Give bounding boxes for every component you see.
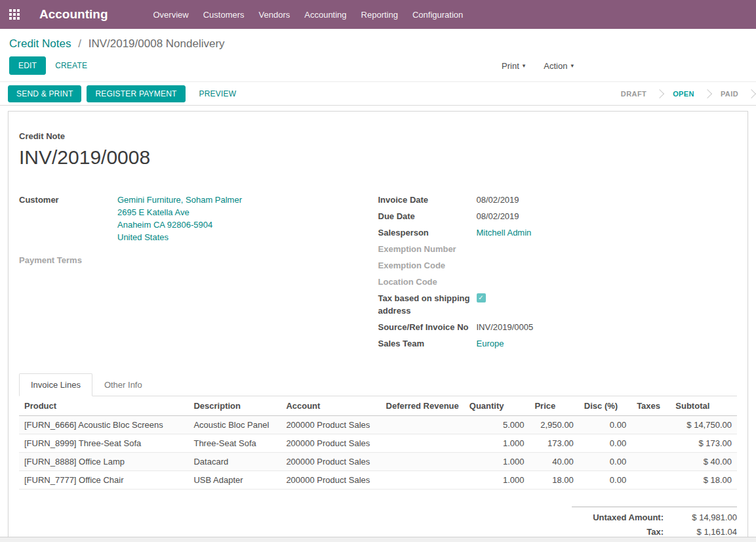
- col-price[interactable]: Price: [529, 396, 578, 416]
- col-product[interactable]: Product: [19, 396, 188, 416]
- exemption-code-label: Exemption Code: [378, 259, 477, 272]
- invoice-line-row[interactable]: [FURN_6666] Acoustic Bloc Screens Acoust…: [19, 416, 737, 434]
- create-button[interactable]: CREATE: [46, 56, 96, 75]
- customer-street-link[interactable]: 2695 E Katella Ave: [117, 206, 242, 219]
- top-navbar: Accounting Overview Customers Vendors Ac…: [0, 0, 756, 29]
- col-subtotal[interactable]: Subtotal: [670, 396, 737, 416]
- cell-product: [FURN_6666] Acoustic Bloc Screens: [19, 416, 188, 434]
- form-fields: Customer Gemini Furniture, Soham Palmer …: [19, 194, 737, 354]
- menu-item-overview[interactable]: Overview: [146, 0, 196, 29]
- action-dropdown-label: Action: [544, 61, 567, 71]
- send-print-button[interactable]: SEND & PRINT: [8, 85, 81, 102]
- cell-account: 200000 Product Sales: [281, 453, 380, 471]
- status-draft[interactable]: DRAFT: [611, 90, 656, 98]
- cell-product: [FURN_7777] Office Chair: [19, 471, 188, 490]
- print-dropdown-label: Print: [502, 61, 519, 71]
- cell-description: Three-Seat Sofa: [188, 434, 281, 453]
- tab-invoice-lines[interactable]: Invoice Lines: [19, 373, 92, 396]
- cell-description: Datacard: [188, 453, 281, 471]
- menu-item-customers[interactable]: Customers: [196, 0, 252, 29]
- cell-deferred-revenue: [381, 416, 464, 434]
- tax-shipping-checkbox[interactable]: ✓: [477, 293, 486, 302]
- cell-deferred-revenue: [381, 453, 464, 471]
- app-title[interactable]: Accounting: [39, 7, 108, 22]
- cell-subtotal: $ 173.00: [670, 434, 737, 453]
- untaxed-amount-row: Untaxed Amount: $ 14,981.00: [572, 512, 737, 522]
- col-disc[interactable]: Disc (%): [579, 396, 631, 416]
- sales-team-label: Sales Team: [378, 337, 477, 350]
- col-taxes[interactable]: Taxes: [631, 396, 670, 416]
- cell-subtotal: $ 14,750.00: [670, 416, 737, 434]
- cell-price: 18.00: [529, 471, 578, 490]
- field-tax-shipping: Tax based on shipping address ✓: [378, 292, 725, 317]
- location-code-label: Location Code: [378, 276, 477, 288]
- breadcrumb-current: INV/2019/0008 Nondelivery: [89, 37, 225, 50]
- col-account[interactable]: Account: [281, 396, 380, 416]
- content-area: Credit Note INV/2019/0008 Customer Gemin…: [0, 106, 756, 542]
- field-invoice-date: Invoice Date 08/02/2019: [378, 194, 725, 206]
- cell-deferred-revenue: [381, 434, 464, 453]
- cell-price: 40.00: [529, 453, 578, 471]
- action-dropdown[interactable]: Action ▾: [544, 61, 574, 71]
- menu-item-vendors[interactable]: Vendors: [252, 0, 298, 29]
- edit-button[interactable]: EDIT: [9, 56, 46, 75]
- menu-item-configuration[interactable]: Configuration: [405, 0, 470, 29]
- tab-other-info[interactable]: Other Info: [92, 373, 154, 396]
- cell-description: Acoustic Bloc Panel: [188, 416, 281, 434]
- cell-account: 200000 Product Sales: [281, 416, 380, 434]
- status-open[interactable]: OPEN: [663, 90, 704, 98]
- cell-disc: 0.00: [579, 471, 631, 490]
- cell-subtotal: $ 40.00: [670, 453, 737, 471]
- invoice-line-row[interactable]: [FURN_7777] Office Chair USB Adapter 200…: [19, 471, 737, 490]
- cell-price: 2,950.00: [529, 416, 578, 434]
- menu-item-accounting[interactable]: Accounting: [297, 0, 353, 29]
- credit-note-form: Credit Note INV/2019/0008 Customer Gemin…: [8, 111, 748, 542]
- caret-down-icon: ▾: [523, 62, 526, 69]
- col-deferred-revenue[interactable]: Deferred Revenue: [381, 396, 464, 416]
- main-menu: Overview Customers Vendors Accounting Re…: [146, 0, 471, 29]
- cell-price: 173.00: [529, 434, 578, 453]
- invoice-line-row[interactable]: [FURN_8888] Office Lamp Datacard 200000 …: [19, 453, 737, 471]
- cell-deferred-revenue: [381, 471, 464, 490]
- col-quantity[interactable]: Quantity: [464, 396, 530, 416]
- document-type-label: Credit Note: [19, 131, 737, 141]
- horizontal-scrollbar[interactable]: [0, 537, 756, 542]
- due-date-value: 08/02/2019: [477, 210, 519, 222]
- salesperson-link[interactable]: Mitchell Admin: [477, 226, 532, 239]
- customer-city-link[interactable]: Anaheim CA 92806-5904: [117, 219, 242, 231]
- col-description[interactable]: Description: [188, 396, 281, 416]
- customer-country-link[interactable]: United States: [117, 231, 242, 243]
- status-paid[interactable]: PAID: [711, 90, 748, 98]
- table-header-row: Product Description Account Deferred Rev…: [19, 396, 737, 416]
- breadcrumb: Credit Notes / INV/2019/0008 Nondelivery: [0, 29, 756, 52]
- tax-shipping-label: Tax based on shipping address: [378, 292, 477, 317]
- field-payment-terms: Payment Terms: [19, 254, 365, 266]
- cell-subtotal: $ 18.00: [670, 471, 737, 490]
- field-source-invoice: Source/Ref Invoice No INV/2019/0005: [378, 321, 725, 333]
- cell-quantity: 1.000: [464, 471, 530, 490]
- exemption-number-label: Exemption Number: [378, 243, 477, 255]
- field-location-code: Location Code: [378, 276, 725, 288]
- register-payment-button[interactable]: REGISTER PAYMENT: [87, 85, 185, 102]
- apps-grid-icon[interactable]: [9, 9, 20, 20]
- cell-description: USB Adapter: [188, 471, 281, 490]
- caret-down-icon: ▾: [570, 62, 574, 69]
- cell-quantity: 1.000: [464, 453, 530, 471]
- untaxed-amount-label: Untaxed Amount:: [593, 512, 664, 522]
- form-left-column: Customer Gemini Furniture, Soham Palmer …: [19, 194, 378, 354]
- cell-account: 200000 Product Sales: [281, 471, 380, 490]
- cell-quantity: 1.000: [464, 434, 530, 453]
- menu-item-reporting[interactable]: Reporting: [354, 0, 405, 29]
- untaxed-amount-value: $ 14,981.00: [664, 512, 737, 522]
- breadcrumb-parent-link[interactable]: Credit Notes: [9, 37, 71, 50]
- preview-button[interactable]: PREVIEW: [191, 85, 245, 102]
- customer-name-link[interactable]: Gemini Furniture, Soham Palmer: [117, 194, 242, 206]
- cell-disc: 0.00: [579, 416, 631, 434]
- field-due-date: Due Date 08/02/2019: [378, 210, 725, 222]
- print-dropdown[interactable]: Print ▾: [502, 61, 525, 71]
- invoice-line-row[interactable]: [FURN_8999] Three-Seat Sofa Three-Seat S…: [19, 434, 737, 453]
- field-sales-team: Sales Team Europe: [378, 337, 725, 350]
- cell-disc: 0.00: [579, 453, 631, 471]
- sales-team-link[interactable]: Europe: [477, 337, 504, 350]
- invoice-date-label: Invoice Date: [378, 194, 477, 206]
